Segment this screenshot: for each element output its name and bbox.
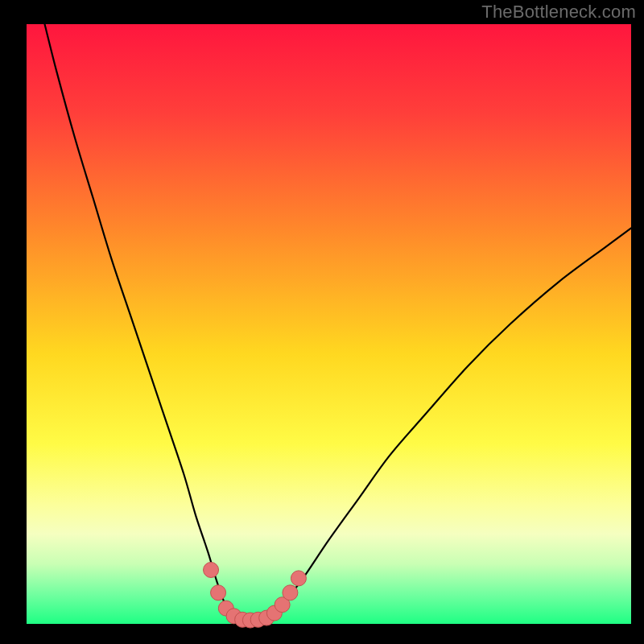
watermark-text: TheBottleneck.com (481, 2, 636, 23)
plot-background (27, 24, 631, 624)
marker-dot (204, 562, 219, 577)
chart-canvas (0, 0, 644, 644)
black-frame: TheBottleneck.com (0, 0, 644, 644)
marker-dot (283, 585, 298, 601)
marker-dot (211, 585, 226, 601)
marker-dot (291, 571, 306, 586)
